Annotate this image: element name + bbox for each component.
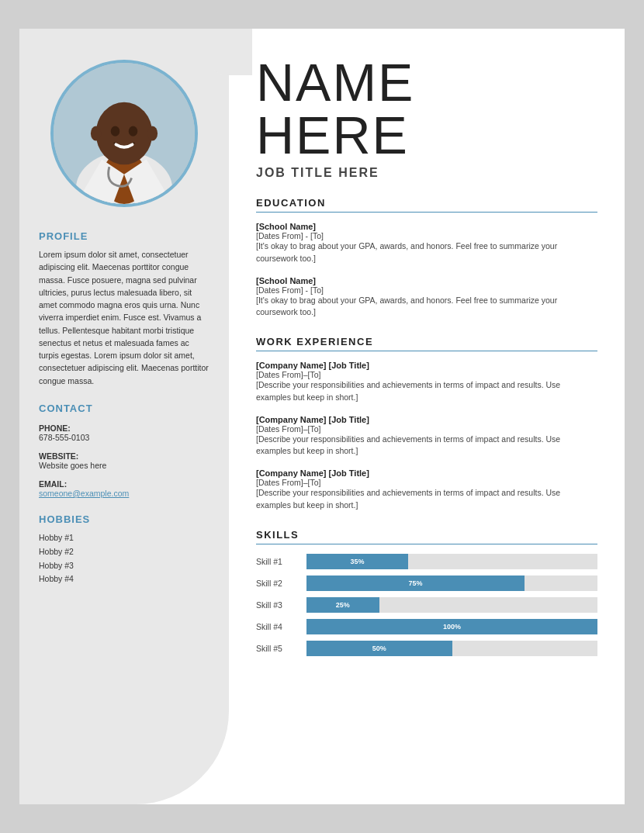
work-desc: [Describe your responsibilities and achi… <box>256 434 597 458</box>
school-name: [School Name] <box>256 222 597 231</box>
skill-percent: 35% <box>351 558 365 565</box>
edu-desc: [It's okay to brag about your GPA, award… <box>256 240 597 265</box>
skill-bar-fill: 50% <box>306 641 452 656</box>
svg-point-7 <box>111 126 119 136</box>
edu-desc: [It's okay to brag about your GPA, award… <box>256 295 597 320</box>
hobbies-section: HOBBIES Hobby #1Hobby #2Hobby #3Hobby #4 <box>39 513 209 586</box>
skill-row: Skill #4 100% <box>256 619 597 634</box>
work-entry: [Company Name] [Job Title] [Dates From]–… <box>256 415 597 458</box>
work-entry: [Company Name] [Job Title] [Dates From]–… <box>256 468 597 512</box>
profile-title: PROFILE <box>39 230 209 242</box>
work-entry: [Company Name] [Job Title] [Dates From]–… <box>256 361 597 404</box>
svg-point-9 <box>91 126 101 140</box>
skill-percent: 100% <box>443 623 461 631</box>
skill-bar-fill: 25% <box>306 597 379 613</box>
skill-bar-bg: 100% <box>306 619 597 634</box>
skills-title: SKILLS <box>256 529 597 544</box>
skill-label: Skill #5 <box>256 644 306 653</box>
education-entry: [School Name] [Dates From] - [To] [It's … <box>256 222 597 265</box>
work-title: WORK EXPERIENCE <box>256 336 597 351</box>
website-label: WEBSITE: <box>39 451 209 461</box>
svg-point-6 <box>96 102 153 164</box>
work-desc: [Describe your responsibilities and achi… <box>256 487 597 512</box>
svg-point-10 <box>147 126 158 140</box>
resume-page: PROFILE Lorem ipsum dolor sit amet, cons… <box>19 29 625 804</box>
job-title: JOB TITLE HERE <box>256 166 597 180</box>
name-block: NAMEHERE JOB TITLE HERE <box>256 56 597 180</box>
skill-row: Skill #5 50% <box>256 641 597 656</box>
skill-row: Skill #2 75% <box>256 575 597 591</box>
skill-label: Skill #1 <box>256 557 306 566</box>
work-dates: [Dates From]–[To] <box>256 478 597 487</box>
company-name: [Company Name] [Job Title] <box>256 415 597 424</box>
email-label: EMAIL: <box>39 479 209 489</box>
skill-percent: 50% <box>372 645 386 652</box>
website-value: Website goes here <box>39 461 209 470</box>
hobby-item: Hobby #1 <box>39 531 209 545</box>
skill-bar-bg: 25% <box>306 597 597 613</box>
profile-text: Lorem ipsum dolor sit amet, consectetuer… <box>39 248 209 387</box>
hobbies-list: Hobby #1Hobby #2Hobby #3Hobby #4 <box>39 531 209 586</box>
education-entry: [School Name] [Dates From] - [To] [It's … <box>256 276 597 320</box>
main-content: NAMEHERE JOB TITLE HERE EDUCATION [Schoo… <box>229 29 625 804</box>
work-dates: [Dates From]–[To] <box>256 424 597 434</box>
work-list: [Company Name] [Job Title] [Dates From]–… <box>256 361 597 512</box>
work-dates: [Dates From]–[To] <box>256 370 597 379</box>
skill-percent: 25% <box>336 601 350 609</box>
company-name: [Company Name] [Job Title] <box>256 361 597 370</box>
school-name: [School Name] <box>256 276 597 285</box>
skill-row: Skill #1 35% <box>256 554 597 569</box>
skill-bar-fill: 35% <box>306 554 408 569</box>
skill-bar-fill: 100% <box>306 619 597 634</box>
skill-label: Skill #3 <box>256 600 306 610</box>
phone-value: 678-555-0103 <box>39 433 209 442</box>
skill-bar-bg: 50% <box>306 641 597 656</box>
profile-section: PROFILE Lorem ipsum dolor sit amet, cons… <box>39 230 209 387</box>
email-value[interactable]: someone@example.com <box>39 489 209 498</box>
edu-dates: [Dates From] - [To] <box>256 231 597 240</box>
skills-list: Skill #1 35% Skill #2 75% Skill #3 25% S… <box>256 554 597 656</box>
contact-section: CONTACT PHONE: 678-555-0103 WEBSITE: Web… <box>39 403 209 498</box>
svg-point-8 <box>129 126 137 136</box>
skill-label: Skill #4 <box>256 622 306 631</box>
contact-title: CONTACT <box>39 403 209 414</box>
work-desc: [Describe your responsibilities and achi… <box>256 379 597 404</box>
education-list: [School Name] [Dates From] - [To] [It's … <box>256 222 597 319</box>
edu-dates: [Dates From] - [To] <box>256 285 597 295</box>
phone-label: PHONE: <box>39 423 209 433</box>
profile-photo <box>50 60 198 207</box>
hobby-item: Hobby #4 <box>39 572 209 586</box>
skill-bar-fill: 75% <box>306 575 525 591</box>
hobby-item: Hobby #3 <box>39 559 209 573</box>
skill-label: Skill #2 <box>256 579 306 588</box>
name-heading: NAMEHERE <box>256 56 597 161</box>
skill-bar-bg: 35% <box>306 554 597 569</box>
education-title: EDUCATION <box>256 197 597 213</box>
skill-bar-bg: 75% <box>306 575 597 591</box>
hobby-item: Hobby #2 <box>39 545 209 559</box>
company-name: [Company Name] [Job Title] <box>256 468 597 478</box>
hobbies-title: HOBBIES <box>39 513 209 525</box>
skill-percent: 75% <box>409 579 423 587</box>
skill-row: Skill #3 25% <box>256 597 597 613</box>
sidebar: PROFILE Lorem ipsum dolor sit amet, cons… <box>19 29 229 804</box>
